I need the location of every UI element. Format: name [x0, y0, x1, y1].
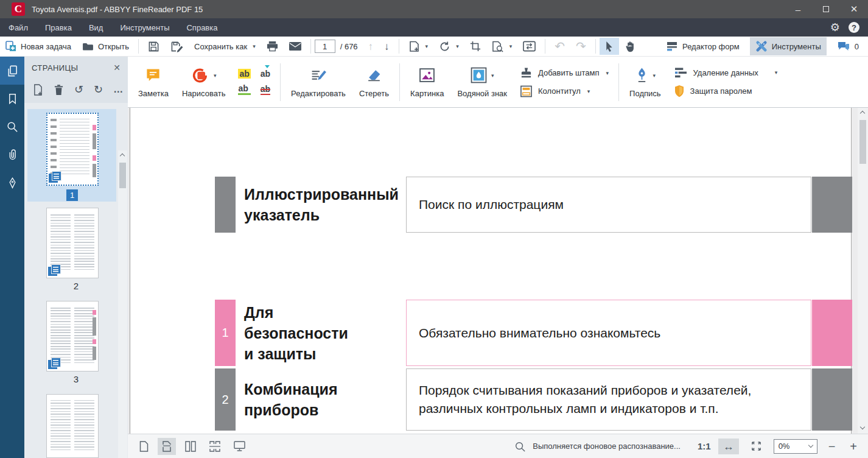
previous-page-button[interactable]: ↑ — [363, 38, 379, 55]
fit-width-button[interactable]: ↔ — [718, 439, 739, 454]
thumbnail-list: 1 2 3 — [24, 103, 128, 458]
menu-edit[interactable]: Правка — [37, 18, 80, 37]
edit-label: Редактировать — [291, 89, 346, 98]
save-as-button-icon-part[interactable] — [165, 38, 189, 55]
actual-size-button[interactable]: 1:1 — [698, 441, 711, 451]
attachments-panel-tab[interactable] — [0, 141, 24, 169]
divider — [545, 39, 545, 54]
divider — [618, 63, 619, 101]
header-footer-button[interactable]: Колонтитул ▾ — [520, 85, 609, 97]
bookmarks-panel-tab[interactable] — [0, 85, 24, 113]
tools-label: Инструменты — [772, 42, 821, 51]
thumbnail-page-4[interactable] — [46, 394, 99, 458]
page-number-input[interactable] — [315, 40, 335, 53]
document-scrollbar-thumb[interactable] — [859, 120, 866, 164]
document-viewport: Иллюстрированный указатель Поиск по иллю… — [128, 108, 868, 434]
next-page-button[interactable]: ↓ — [379, 38, 395, 55]
panel-more-button[interactable]: … — [113, 84, 124, 95]
scroll-down-icon[interactable] — [860, 425, 865, 429]
search-panel-tab[interactable] — [0, 113, 24, 141]
add-page-button[interactable]: ▾ — [403, 38, 434, 55]
save-as-button[interactable]: Сохранить как ▾ — [189, 38, 261, 55]
save-button[interactable] — [142, 38, 165, 55]
view-two-page-button[interactable] — [181, 438, 200, 455]
password-protect-label: Защита паролем — [690, 86, 752, 96]
crop-button[interactable] — [464, 38, 486, 55]
help-icon[interactable]: ? — [849, 22, 859, 33]
find-page-button[interactable]: ▾ — [486, 38, 518, 55]
erase-tool[interactable]: Стереть — [352, 66, 396, 98]
new-task-button[interactable]: Новая задача — [0, 38, 77, 55]
scroll-up-icon[interactable] — [120, 153, 125, 158]
panel-rotate-right-button[interactable]: ↻ — [94, 84, 103, 95]
thumbnail-page-3[interactable] — [46, 301, 99, 372]
view-two-page-continuous-button[interactable] — [205, 438, 225, 455]
view-continuous-button[interactable] — [158, 438, 176, 455]
zoom-in-button[interactable]: + — [846, 440, 861, 453]
section-tab-right — [812, 177, 852, 233]
zoom-level-select[interactable]: 0% — [774, 439, 817, 454]
panel-scrollbar[interactable] — [118, 150, 127, 458]
rotate-icon — [439, 41, 450, 52]
form-editor-icon — [666, 41, 678, 51]
draw-tool[interactable]: ▾ Нарисовать — [175, 66, 232, 98]
settings-gear-icon[interactable]: ⚙ — [830, 22, 840, 33]
form-editor-button[interactable]: Редактор форм — [660, 38, 745, 55]
signature-tool[interactable]: ▾ Подпись — [623, 66, 667, 98]
thumbnail-page-2[interactable] — [46, 208, 99, 278]
close-panel-icon[interactable]: ✕ — [113, 63, 121, 72]
hand-tool-button[interactable] — [619, 38, 641, 55]
password-protect-button[interactable]: Защита паролем — [674, 85, 778, 97]
menu-file[interactable]: Файл — [0, 18, 37, 37]
zoom-out-button[interactable]: − — [825, 440, 839, 453]
replace-page-button[interactable] — [517, 38, 541, 55]
strikethrough-text-tool[interactable]: ab — [261, 84, 270, 95]
print-button[interactable] — [261, 38, 284, 55]
edit-tool[interactable]: Редактировать — [284, 66, 352, 98]
highlight-text-tool[interactable]: ab — [238, 69, 250, 79]
view-single-page-button[interactable] — [135, 438, 153, 455]
header-footer-icon — [520, 85, 533, 97]
panel-delete-page-button[interactable] — [54, 84, 64, 96]
undo-button[interactable]: ↶ — [549, 38, 570, 55]
panel-scrollbar-thumb[interactable] — [119, 163, 126, 188]
minimize-button[interactable]: – — [784, 0, 812, 18]
pdf-page[interactable]: Иллюстрированный указатель Поиск по иллю… — [130, 108, 852, 434]
underline-text-tool[interactable]: ab — [238, 83, 250, 95]
two-page-icon — [185, 441, 196, 452]
document-scrollbar[interactable] — [858, 108, 868, 434]
redo-button[interactable]: ↷ — [570, 38, 592, 55]
single-page-icon — [139, 441, 149, 452]
signature-panel-tab[interactable] — [0, 169, 24, 197]
email-button[interactable] — [284, 38, 307, 55]
pages-icon — [6, 65, 19, 77]
menu-tools[interactable]: Инструменты — [111, 18, 178, 37]
thumbnail-page-1[interactable] — [46, 113, 99, 186]
tools-button[interactable]: Инструменты — [750, 37, 827, 55]
section-description-box: Поиск по иллюстрациям — [406, 177, 811, 233]
rotate-page-button[interactable]: ▾ — [433, 38, 464, 55]
close-button[interactable]: ✕ — [840, 0, 868, 18]
comments-button[interactable]: 0 — [831, 38, 864, 55]
picture-tool[interactable]: Картинка — [404, 66, 450, 98]
menu-view[interactable]: Вид — [80, 18, 112, 37]
fit-page-button[interactable] — [746, 439, 766, 454]
menu-help[interactable]: Справка — [178, 18, 226, 37]
watermark-tool[interactable]: ▾ Водяной знак — [450, 66, 514, 98]
note-tool[interactable]: Заметка — [131, 66, 175, 98]
scroll-up-icon[interactable] — [860, 111, 865, 116]
picture-label: Картинка — [410, 89, 444, 98]
add-stamp-button[interactable]: Добавить штамп ▾ — [520, 67, 609, 79]
thumb-content — [74, 308, 95, 363]
maximize-button[interactable] — [812, 0, 840, 18]
view-fullscreen-button[interactable] — [229, 438, 250, 454]
panel-rotate-left-button[interactable]: ↺ — [74, 84, 83, 95]
open-label: Открыть — [98, 42, 129, 51]
panel-add-page-button[interactable] — [33, 84, 43, 96]
select-tool-button[interactable] — [600, 38, 619, 55]
redaction-button[interactable]: Удаление данных ▾ — [674, 67, 778, 79]
form-editor-label: Редактор форм — [682, 42, 740, 51]
open-button[interactable]: Открыть — [77, 38, 135, 55]
pages-panel-tab[interactable] — [0, 57, 24, 85]
insert-text-tool[interactable]: ab — [261, 69, 270, 79]
